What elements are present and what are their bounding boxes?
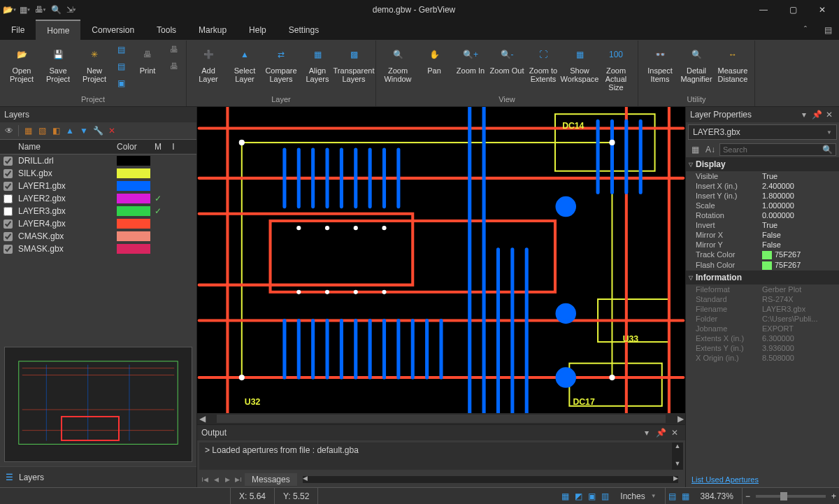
- transparent-layers-button[interactable]: ▩Transparent Layers: [336, 42, 371, 85]
- prop-row[interactable]: Extents Y (in.)3.936000: [686, 343, 839, 353]
- layer-tb-copy[interactable]: ▧: [36, 124, 48, 137]
- layer-visible-checkbox[interactable]: [3, 207, 13, 216]
- zoom-extents-button[interactable]: ⛶Zoom to Extents: [526, 42, 561, 85]
- layer-tb-down[interactable]: ▼: [78, 124, 90, 137]
- layer-tb-toggle[interactable]: ◧: [50, 124, 62, 137]
- zoom-window-button[interactable]: 🔍Zoom Window: [380, 42, 415, 85]
- prop-group-head[interactable]: ▽Display: [686, 157, 839, 171]
- canvas-hscroll[interactable]: ◀▶: [197, 413, 685, 424]
- prop-row[interactable]: Scale1.000000: [686, 201, 839, 210]
- layer-row[interactable]: SMASK.gbx: [0, 243, 196, 255]
- prop-row[interactable]: Rotation0.000000: [686, 210, 839, 220]
- layers-bottom-segment[interactable]: ☰ Layers: [0, 466, 196, 487]
- layer-color-swatch[interactable]: [117, 194, 150, 203]
- prop-row[interactable]: Insert Y (in.)1.800000: [686, 191, 839, 201]
- prop-group-head[interactable]: ▽Information: [686, 271, 839, 285]
- project-small-1[interactable]: ▤: [113, 42, 129, 57]
- layer-color-swatch[interactable]: [117, 156, 150, 166]
- zoom-slider[interactable]: [756, 495, 826, 498]
- props-search-input[interactable]: [723, 145, 822, 154]
- status-icon-2[interactable]: ◩: [572, 491, 585, 501]
- layer-visible-checkbox[interactable]: [3, 157, 13, 166]
- status-icon-6[interactable]: ▦: [679, 491, 692, 501]
- qat-layers-icon[interactable]: ▦▼: [18, 3, 32, 17]
- layer-row[interactable]: CMASK.gbx: [0, 230, 196, 243]
- props-categorized-icon[interactable]: ▦: [689, 143, 701, 156]
- menu-home[interactable]: Home: [36, 20, 80, 40]
- props-pin-icon[interactable]: 📌: [811, 109, 822, 120]
- compare-layers-button[interactable]: ⇄Compare Layers: [264, 42, 299, 85]
- output-menu-icon[interactable]: ▾: [640, 426, 653, 439]
- layer-row[interactable]: LAYER1.gbx: [0, 180, 196, 192]
- project-small-2[interactable]: ▤: [113, 59, 129, 74]
- layer-visible-checkbox[interactable]: [3, 219, 13, 229]
- zoom-out-button[interactable]: 🔍-Zoom Out: [489, 42, 524, 76]
- menu-conversion[interactable]: Conversion: [80, 20, 145, 40]
- output-tab-messages[interactable]: Messages: [245, 473, 297, 486]
- layer-tb-wrench[interactable]: 🔧: [92, 124, 104, 137]
- output-nav-last[interactable]: ▶I: [234, 476, 243, 483]
- status-icon-5[interactable]: ▤: [666, 491, 679, 501]
- new-project-button[interactable]: ✳New Project: [77, 42, 112, 85]
- status-icon-1[interactable]: ▦: [559, 491, 572, 501]
- prop-row[interactable]: Track Color75F267: [686, 250, 839, 260]
- mini-preview[interactable]: [4, 347, 192, 462]
- prop-row[interactable]: Mirror XFalse: [686, 230, 839, 240]
- prop-row[interactable]: FilenameLAYER3.gbx: [686, 304, 839, 314]
- props-close-icon[interactable]: ✕: [824, 109, 835, 120]
- layer-color-swatch[interactable]: [117, 219, 150, 229]
- pcb-canvas[interactable]: U32 DC14 DC17 U33: [197, 107, 685, 413]
- layer-visible-checkbox[interactable]: [3, 182, 13, 191]
- layer-row[interactable]: LAYER4.gbx: [0, 217, 196, 230]
- project-small-3[interactable]: ▣: [113, 75, 129, 91]
- menu-file[interactable]: File: [0, 20, 36, 40]
- layer-tb-add[interactable]: ▦: [22, 124, 34, 137]
- layer-row[interactable]: LAYER2.gbx ✓: [0, 192, 196, 205]
- ribbon-collapse-icon[interactable]: ˆ: [794, 20, 817, 40]
- layer-visible-checkbox[interactable]: [3, 232, 13, 241]
- layer-color-swatch[interactable]: [117, 244, 150, 254]
- measure-distance-button[interactable]: ↔Measure Distance: [715, 42, 750, 85]
- save-project-button[interactable]: 💾Save Project: [41, 42, 76, 85]
- prop-row[interactable]: X Origin (in.)8.508000: [686, 353, 839, 363]
- zoom-actual-button[interactable]: 100Zoom Actual Size: [598, 42, 633, 93]
- output-close-icon[interactable]: ✕: [668, 426, 681, 439]
- qat-find-icon[interactable]: 🔍: [49, 3, 63, 17]
- layer-row[interactable]: LAYER3.gbx ✓: [0, 205, 196, 217]
- zoom-in-button[interactable]: 🔍+Zoom In: [453, 42, 488, 76]
- layer-visible-checkbox[interactable]: [3, 169, 13, 178]
- status-icon-3[interactable]: ▣: [585, 491, 598, 501]
- props-sort-icon[interactable]: A↓: [704, 143, 717, 156]
- prop-row[interactable]: FolderC:\Users\Publi...: [686, 314, 839, 324]
- layer-tb-up[interactable]: ▲: [64, 124, 76, 137]
- ribbon-options-icon[interactable]: ▤: [817, 20, 839, 40]
- prop-row[interactable]: Extents X (in.)6.300000: [686, 333, 839, 343]
- menu-help[interactable]: Help: [238, 20, 278, 40]
- select-layer-button[interactable]: ▲Select Layer: [227, 42, 262, 85]
- maximize-button[interactable]: ▢: [779, 0, 807, 20]
- props-search[interactable]: 🔍: [719, 143, 836, 156]
- output-nav-first[interactable]: I◀: [200, 476, 210, 483]
- layer-color-swatch[interactable]: [117, 231, 150, 241]
- qat-export-icon[interactable]: ⇲▼: [64, 3, 78, 17]
- status-units[interactable]: Inches▼: [612, 488, 665, 504]
- output-hscroll[interactable]: ◀▶: [303, 476, 678, 483]
- zoom-plus[interactable]: +: [829, 491, 839, 501]
- zoom-minus[interactable]: −: [743, 491, 753, 501]
- props-menu-icon[interactable]: ▾: [798, 109, 810, 120]
- status-zoom[interactable]: 384.73%: [692, 488, 743, 504]
- open-project-button[interactable]: 📂Open Project: [4, 42, 39, 85]
- layer-color-swatch[interactable]: [117, 168, 150, 178]
- prop-row[interactable]: JobnameEXPORT: [686, 324, 839, 333]
- print-small-2[interactable]: 🖶: [166, 59, 182, 74]
- prop-row[interactable]: Insert X (in.)2.400000: [686, 181, 839, 191]
- minimize-button[interactable]: —: [750, 0, 777, 20]
- layer-visible-checkbox[interactable]: [3, 245, 13, 254]
- prop-row[interactable]: VisibleTrue: [686, 171, 839, 181]
- prop-row[interactable]: StandardRS-274X: [686, 294, 839, 304]
- layer-tb-delete[interactable]: ✕: [106, 124, 118, 137]
- prop-row[interactable]: Flash Color75F267: [686, 260, 839, 271]
- prop-row[interactable]: FileformatGerber Plot: [686, 285, 839, 294]
- status-icon-4[interactable]: ▥: [598, 491, 612, 501]
- print-small-1[interactable]: 🖶: [166, 42, 182, 57]
